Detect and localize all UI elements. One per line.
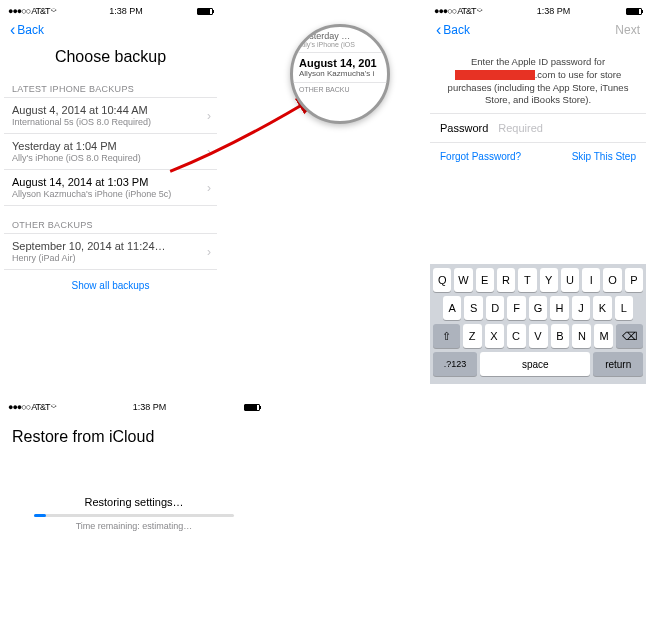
password-placeholder: Required bbox=[498, 122, 543, 134]
key-l[interactable]: L bbox=[615, 296, 633, 320]
key-mode[interactable]: .?123 bbox=[433, 352, 477, 376]
key-shift[interactable]: ⇧ bbox=[433, 324, 460, 348]
key-h[interactable]: H bbox=[550, 296, 568, 320]
key-i[interactable]: I bbox=[582, 268, 600, 292]
magnifier-callout: Yesterday …Ally's iPhone (iOS August 14,… bbox=[290, 24, 390, 124]
page-title: Restore from iCloud bbox=[4, 414, 264, 496]
key-t[interactable]: T bbox=[518, 268, 536, 292]
key-s[interactable]: S bbox=[464, 296, 482, 320]
key-j[interactable]: J bbox=[572, 296, 590, 320]
key-c[interactable]: C bbox=[507, 324, 526, 348]
forgot-password-link[interactable]: Forgot Password? bbox=[440, 151, 521, 162]
key-d[interactable]: D bbox=[486, 296, 504, 320]
nav-bar: ‹ Back Next bbox=[430, 18, 646, 42]
keyboard-row-2: ASDFGHJKL bbox=[433, 296, 643, 320]
key-o[interactable]: O bbox=[603, 268, 621, 292]
restore-status-text: Restoring settings… bbox=[4, 496, 264, 514]
key-q[interactable]: Q bbox=[433, 268, 451, 292]
key-return[interactable]: return bbox=[593, 352, 643, 376]
section-header-latest: LATEST IPHONE BACKUPS bbox=[4, 84, 217, 98]
time-remaining-text: Time remaining: estimating… bbox=[4, 521, 264, 531]
key-space[interactable]: space bbox=[480, 352, 590, 376]
key-y[interactable]: Y bbox=[540, 268, 558, 292]
key-k[interactable]: K bbox=[593, 296, 611, 320]
key-m[interactable]: M bbox=[594, 324, 613, 348]
status-bar: ●●●○○ AT&T ⌔ 1:38 PM bbox=[4, 4, 217, 18]
redacted-email bbox=[455, 70, 535, 80]
section-header-other: OTHER BACKUPS bbox=[4, 206, 217, 234]
skip-step-link[interactable]: Skip This Step bbox=[572, 151, 636, 162]
keyboard-row-1: QWERTYUIOP bbox=[433, 268, 643, 292]
back-chevron-icon[interactable]: ‹ bbox=[436, 21, 441, 39]
progress-bar bbox=[34, 514, 234, 517]
key-n[interactable]: N bbox=[572, 324, 591, 348]
keyboard: QWERTYUIOP ASDFGHJKL ⇧ ZXCVBNM⌫ .?123 sp… bbox=[430, 264, 646, 384]
instruction-text: Enter the Apple ID password for .com to … bbox=[430, 42, 646, 113]
key-a[interactable]: A bbox=[443, 296, 461, 320]
key-backspace[interactable]: ⌫ bbox=[616, 324, 643, 348]
key-p[interactable]: P bbox=[625, 268, 643, 292]
back-button[interactable]: Back bbox=[17, 23, 44, 37]
key-v[interactable]: V bbox=[529, 324, 548, 348]
battery-icon bbox=[197, 8, 213, 15]
key-r[interactable]: R bbox=[497, 268, 515, 292]
battery-icon bbox=[244, 404, 260, 411]
key-f[interactable]: F bbox=[507, 296, 525, 320]
key-g[interactable]: G bbox=[529, 296, 547, 320]
page-title: Choose backup bbox=[4, 42, 217, 84]
show-all-backups-link[interactable]: Show all backups bbox=[4, 270, 217, 301]
password-field[interactable]: Password Required bbox=[430, 113, 646, 143]
screen-apple-id-password: ●●●○○ AT&T ⌔ 1:38 PM ‹ Back Next Enter t… bbox=[430, 4, 646, 384]
battery-icon bbox=[626, 8, 642, 15]
key-x[interactable]: X bbox=[485, 324, 504, 348]
key-e[interactable]: E bbox=[476, 268, 494, 292]
nav-bar: ‹ Back bbox=[4, 18, 217, 42]
back-chevron-icon[interactable]: ‹ bbox=[10, 21, 15, 39]
screen-restore-progress: ●●●○○ AT&T ⌔ 1:38 PM Restore from iCloud… bbox=[4, 400, 264, 616]
backup-row[interactable]: September 10, 2014 at 11:24… Henry (iPad… bbox=[4, 233, 217, 270]
key-b[interactable]: B bbox=[551, 324, 570, 348]
key-w[interactable]: W bbox=[454, 268, 472, 292]
disclosure-icon: › bbox=[207, 245, 211, 259]
key-u[interactable]: U bbox=[561, 268, 579, 292]
next-button[interactable]: Next bbox=[615, 23, 640, 37]
status-bar: ●●●○○ AT&T ⌔ 1:38 PM bbox=[4, 400, 264, 414]
status-bar: ●●●○○ AT&T ⌔ 1:38 PM bbox=[430, 4, 646, 18]
keyboard-row-3: ⇧ ZXCVBNM⌫ bbox=[433, 324, 643, 348]
back-button[interactable]: Back bbox=[443, 23, 470, 37]
key-z[interactable]: Z bbox=[463, 324, 482, 348]
